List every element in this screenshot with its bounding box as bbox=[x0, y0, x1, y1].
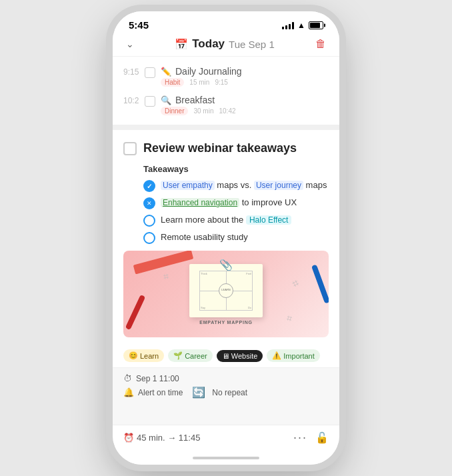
task-duration-1: 15 min bbox=[189, 79, 209, 86]
cell-think: Think bbox=[201, 272, 207, 275]
pen-red-decor bbox=[125, 295, 145, 330]
bottom-bar: ⏰ 45 min. → 11:45 ··· 🔓 bbox=[113, 425, 339, 451]
scroll-content: 9:15 ✏️ Daily Journaling Habit 15 min 9:… bbox=[113, 57, 339, 425]
paperclip-1: ⌗ bbox=[163, 271, 170, 283]
paperclip-2: ⌗ bbox=[285, 313, 293, 325]
main-task-header: Review webinar takeaways bbox=[123, 141, 329, 156]
nav-bar: ⌄ 📅 Today Tue Sep 1 🗑 bbox=[113, 33, 339, 57]
home-indicator bbox=[113, 451, 339, 465]
signal-icon bbox=[282, 21, 294, 29]
task-name-2: Breakfast bbox=[175, 95, 215, 105]
duration-display: ⏰ 45 min. → 11:45 bbox=[123, 433, 200, 443]
task-content-2: 🔍 Breakfast Dinner 30 min 10:42 bbox=[161, 95, 329, 115]
status-time: 5:45 bbox=[129, 19, 149, 31]
task-checkbox-2[interactable] bbox=[145, 96, 155, 107]
checklist-text-3: Learn more about the Halo Effect bbox=[161, 214, 329, 226]
checklist-item-1: ✓ User empathy maps vs. User journey map… bbox=[143, 179, 329, 192]
alert-icon: 🔔 bbox=[123, 387, 134, 397]
learn-emoji: 😊 bbox=[129, 351, 138, 360]
empathy-label: EMPATHY MAPPING bbox=[199, 320, 253, 325]
empathy-map-image: ⌗ ⌗ ⌗ 📎 LEARN bbox=[123, 251, 329, 337]
task-timeval-2: 10:42 bbox=[219, 107, 235, 115]
checklist-text-2: Enhanced navigation to improve UX bbox=[161, 197, 329, 209]
clock-icon: ⏱ bbox=[123, 373, 132, 383]
tag-halo-effect: Halo Effect bbox=[246, 215, 291, 225]
takeaways-section: Takeaways ✓ User empathy maps vs. User j… bbox=[123, 164, 329, 244]
list-item: 9:15 ✏️ Daily Journaling Habit 15 min 9:… bbox=[113, 62, 339, 91]
nav-date-label: Tue Sep 1 bbox=[229, 39, 275, 50]
task-tag-1: Habit bbox=[161, 78, 184, 87]
career-label: Career bbox=[185, 352, 207, 360]
task-icon-2: 🔍 bbox=[161, 95, 171, 105]
empathy-note: 📎 LEARN Think Feel bbox=[189, 264, 263, 317]
section-divider bbox=[113, 125, 339, 130]
phone-frame: 5:45 ▲ ⌄ 📅 Today Tue Sep 1 🗑 bbox=[113, 11, 339, 465]
trash-icon[interactable]: 🗑 bbox=[315, 38, 326, 50]
career-emoji: 🌱 bbox=[173, 351, 183, 360]
tag-learn[interactable]: 😊 Learn bbox=[123, 349, 164, 362]
checklist-item-2: ✕ Enhanced navigation to improve UX bbox=[143, 197, 329, 209]
task-tag-2: Dinner bbox=[161, 107, 188, 115]
main-task-title: Review webinar takeaways bbox=[143, 141, 297, 156]
duration-text: 45 min. → 11:45 bbox=[137, 433, 200, 443]
status-bar: 5:45 ▲ bbox=[113, 11, 339, 33]
checklist-item-3: Learn more about the Halo Effect bbox=[143, 214, 329, 227]
website-emoji: 🖥 bbox=[222, 352, 229, 360]
nav-title: 📅 Today Tue Sep 1 bbox=[175, 37, 274, 51]
top-tasks-section: 9:15 ✏️ Daily Journaling Habit 15 min 9:… bbox=[113, 57, 339, 125]
battery-icon bbox=[309, 21, 323, 29]
takeaways-label: Takeaways bbox=[143, 164, 329, 174]
task-title-row-1: ✏️ Daily Journaling bbox=[161, 66, 329, 77]
task-content-1: ✏️ Daily Journaling Habit 15 min 9:15 bbox=[161, 66, 329, 87]
task-icon-1: ✏️ bbox=[161, 67, 171, 77]
checklist-text-1: User empathy maps vs. User journey maps bbox=[161, 179, 329, 191]
bottom-actions: ··· 🔓 bbox=[293, 431, 329, 445]
check-circle-partial-2[interactable]: ✕ bbox=[143, 197, 155, 209]
main-task-section: Review webinar takeaways Takeaways ✓ Use… bbox=[113, 130, 339, 367]
calendar-icon: 📅 bbox=[175, 38, 188, 51]
tag-website[interactable]: 🖥 Website bbox=[217, 350, 263, 362]
empathy-center: LEARN bbox=[219, 283, 233, 298]
home-bar bbox=[193, 457, 259, 459]
lock-icon[interactable]: 🔓 bbox=[315, 431, 329, 444]
important-label: Important bbox=[283, 352, 314, 360]
list-item: 10:2 🔍 Breakfast Dinner 30 min 10:42 bbox=[113, 91, 339, 119]
task-datetime-text: Sep 1 11:00 bbox=[136, 374, 179, 383]
cell-do: Do bbox=[248, 306, 251, 309]
task-detail-alert: 🔔 Alert on time 🔄 No repeat bbox=[113, 386, 339, 399]
tag-important[interactable]: ⚠️ Important bbox=[267, 349, 319, 362]
checklist-text-4: Remote usability study bbox=[161, 231, 329, 243]
check-circle-filled-1[interactable]: ✓ bbox=[143, 180, 155, 192]
website-label: Website bbox=[231, 352, 258, 360]
task-time-1: 9:15 bbox=[123, 66, 145, 77]
nav-today-label: Today bbox=[192, 37, 225, 51]
task-checkbox-1[interactable] bbox=[145, 67, 155, 78]
back-chevron-icon[interactable]: ⌄ bbox=[126, 39, 134, 49]
checklist-item-4: Remote usability study bbox=[143, 231, 329, 244]
check-circle-4[interactable] bbox=[143, 232, 155, 244]
learn-label: Learn bbox=[140, 352, 159, 360]
task-duration-2: 30 min bbox=[193, 107, 213, 115]
task-title-row-2: 🔍 Breakfast bbox=[161, 95, 329, 105]
cell-feel: Feel bbox=[246, 272, 251, 275]
wifi-icon: ▲ bbox=[297, 21, 305, 30]
tag-user-empathy: User empathy bbox=[161, 181, 215, 190]
timer-icon: ⏰ bbox=[123, 433, 134, 443]
more-options-button[interactable]: ··· bbox=[293, 431, 307, 445]
main-task-checkbox[interactable] bbox=[123, 142, 137, 155]
task-repeat-text: No repeat bbox=[212, 388, 247, 397]
task-name-1: Daily Journaling bbox=[175, 66, 242, 77]
task-meta-1: Habit 15 min 9:15 bbox=[161, 78, 329, 87]
empathy-grid: LEARN Think Feel Say Do bbox=[199, 271, 253, 311]
task-detail-datetime: ⏱ Sep 1 11:00 bbox=[113, 373, 339, 383]
check-circle-3[interactable] bbox=[143, 215, 155, 227]
task-alert-text: Alert on time bbox=[138, 388, 183, 397]
paperclip-3: ⌗ bbox=[290, 277, 301, 290]
label-tags-row: 😊 Learn 🌱 Career 🖥 Website ⚠️ Important bbox=[123, 343, 329, 367]
tag-enhanced-nav[interactable]: Enhanced navigation bbox=[161, 198, 239, 207]
task-timeval-1: 9:15 bbox=[215, 79, 227, 86]
pen-blue-decor bbox=[311, 265, 329, 304]
empathy-note-container: 📎 LEARN Think Feel bbox=[189, 264, 263, 325]
tag-career[interactable]: 🌱 Career bbox=[168, 349, 213, 362]
binder-clip-icon: 📎 bbox=[219, 259, 233, 271]
